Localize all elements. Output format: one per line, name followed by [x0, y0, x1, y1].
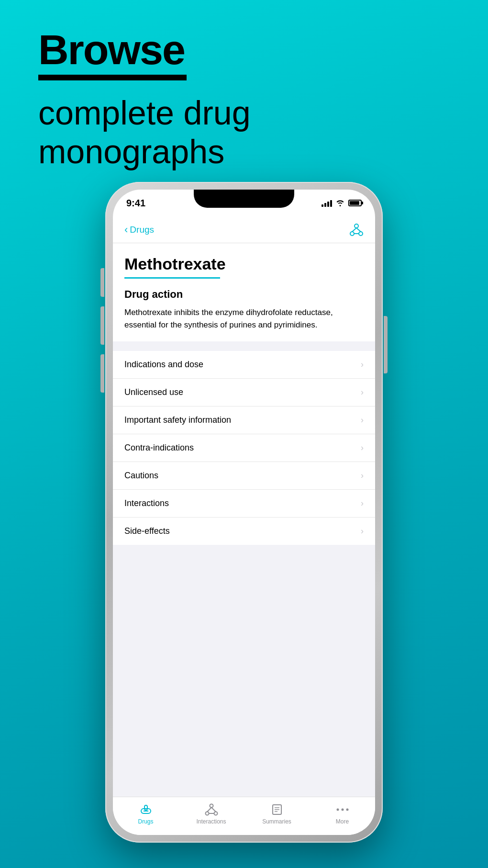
- tab-more[interactable]: More: [310, 803, 375, 825]
- tab-drugs-icon: [139, 803, 153, 816]
- hero-subtitle: complete drug monographs: [38, 94, 251, 171]
- tab-interactions[interactable]: Interactions: [178, 803, 244, 825]
- menu-item-label-side-effects: Side-effects: [124, 526, 170, 536]
- menu-chevron-icon-contra-indications: ›: [361, 443, 364, 453]
- phone-volume-up-button: [100, 306, 104, 345]
- svg-point-11: [214, 812, 217, 815]
- svg-line-13: [211, 808, 216, 812]
- signal-icon: [322, 199, 332, 207]
- svg-point-21: [346, 809, 348, 811]
- back-button[interactable]: ‹ Drugs: [124, 224, 154, 236]
- menu-item-label-important-safety-information: Important safety information: [124, 415, 231, 425]
- menu-chevron-icon-side-effects: ›: [361, 526, 364, 536]
- menu-chevron-icon-cautions: ›: [361, 471, 364, 481]
- phone-power-button: [384, 316, 388, 373]
- menu-item-cautions[interactable]: Cautions ›: [113, 462, 375, 490]
- svg-point-10: [205, 812, 209, 815]
- hero-title: Browse: [38, 29, 251, 71]
- tab-summaries[interactable]: Summaries: [244, 803, 310, 825]
- menu-item-label-interactions: Interactions: [124, 498, 169, 508]
- scroll-content: Methotrexate Drug action Methotrexate in…: [113, 243, 375, 797]
- menu-item-contra-indications[interactable]: Contra-indications ›: [113, 434, 375, 462]
- drug-title: Methotrexate: [124, 255, 364, 273]
- drug-menu-section: Indications and dose › Unlicensed use › …: [113, 351, 375, 545]
- phone-mute-button: [100, 268, 104, 297]
- status-time: 9:41: [126, 198, 145, 209]
- tab-drugs[interactable]: Drugs: [113, 803, 178, 825]
- menu-item-label-contra-indications: Contra-indications: [124, 443, 194, 453]
- tab-drugs-label: Drugs: [138, 818, 153, 825]
- svg-line-4: [356, 228, 361, 232]
- svg-point-2: [359, 232, 363, 236]
- tab-more-label: More: [336, 818, 349, 825]
- drug-action-description: Methotrexate inhibits the enzyme dihydro…: [124, 306, 364, 332]
- menu-chevron-icon-unlicensed-use: ›: [361, 387, 364, 397]
- phone-mockup: 9:41: [105, 182, 383, 843]
- tab-more-icon: [336, 803, 349, 816]
- status-icons: [322, 199, 362, 207]
- svg-point-19: [336, 809, 339, 811]
- phone-volume-down-button: [100, 354, 104, 393]
- svg-point-20: [341, 809, 344, 811]
- tab-interactions-label: Interactions: [196, 818, 226, 825]
- hero-underline: [38, 75, 187, 80]
- menu-item-important-safety-information[interactable]: Important safety information ›: [113, 406, 375, 434]
- back-label: Drugs: [130, 225, 154, 235]
- navigation-bar: ‹ Drugs: [113, 216, 375, 243]
- svg-line-3: [352, 228, 356, 232]
- interactions-nav-icon[interactable]: [349, 223, 364, 237]
- wifi-icon: [336, 200, 344, 206]
- menu-chevron-icon-important-safety-information: ›: [361, 415, 364, 425]
- menu-chevron-icon-interactions: ›: [361, 498, 364, 508]
- hero-section: Browse complete drug monographs: [38, 29, 251, 171]
- menu-item-label-cautions: Cautions: [124, 471, 158, 481]
- menu-item-indications-and-dose[interactable]: Indications and dose ›: [113, 351, 375, 379]
- phone-notch: [194, 190, 294, 208]
- drug-action-section-title: Drug action: [124, 288, 364, 301]
- back-arrow-icon: ‹: [124, 224, 128, 236]
- menu-item-interactions[interactable]: Interactions ›: [113, 490, 375, 518]
- menu-item-side-effects[interactable]: Side-effects ›: [113, 518, 375, 545]
- tab-bar: Drugs Interactions Summaries More: [113, 797, 375, 835]
- menu-item-unlicensed-use[interactable]: Unlicensed use ›: [113, 379, 375, 406]
- menu-item-label-unlicensed-use: Unlicensed use: [124, 387, 183, 397]
- drug-title-underline: [124, 277, 220, 279]
- tab-summaries-icon: [270, 803, 284, 816]
- svg-point-0: [355, 224, 358, 228]
- menu-item-label-indications-and-dose: Indications and dose: [124, 360, 203, 370]
- battery-icon: [348, 200, 362, 206]
- menu-chevron-icon-indications-and-dose: ›: [361, 360, 364, 370]
- drug-header: Methotrexate Drug action Methotrexate in…: [113, 243, 375, 341]
- tab-interactions-icon: [205, 803, 218, 816]
- svg-point-1: [350, 232, 354, 236]
- svg-point-9: [210, 804, 213, 808]
- tab-summaries-label: Summaries: [262, 818, 291, 825]
- svg-line-12: [207, 808, 211, 812]
- svg-rect-7: [144, 805, 147, 810]
